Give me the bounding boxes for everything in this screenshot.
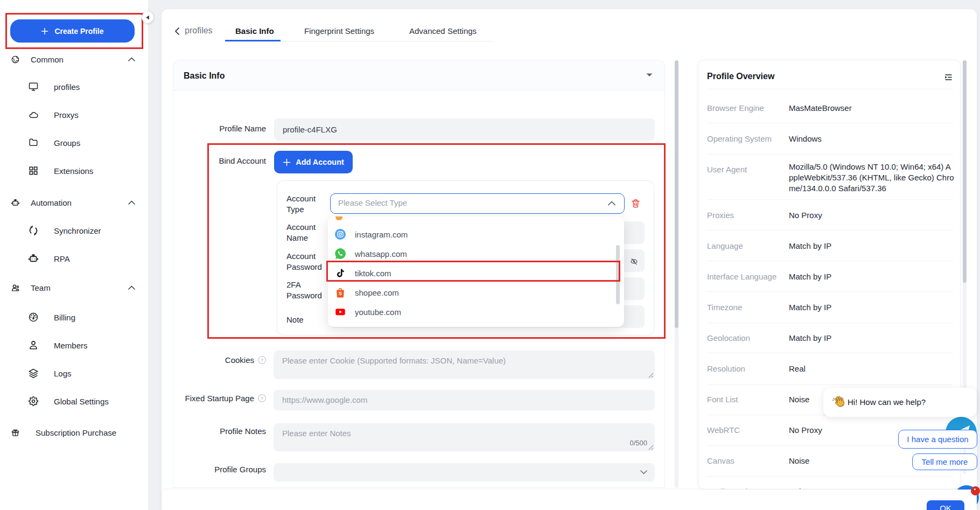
svg-text:?: ?: [261, 395, 263, 401]
svg-text:?: ?: [261, 357, 263, 363]
